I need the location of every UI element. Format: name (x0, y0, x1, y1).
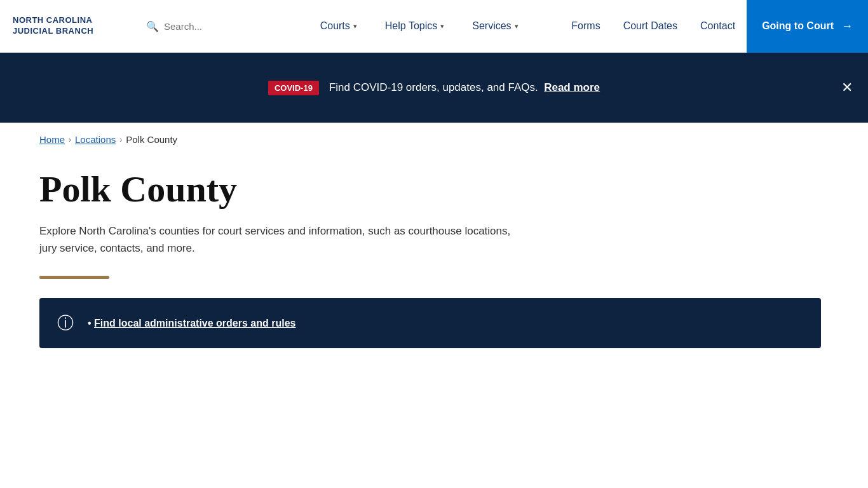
chevron-down-icon: ▾ (515, 22, 519, 30)
main-nav: Courts ▾ Help Topics ▾ Services ▾ (278, 0, 560, 53)
search-area: 🔍 (146, 20, 266, 32)
admin-orders-link[interactable]: Find local administrative orders and rul… (94, 318, 295, 329)
divider (39, 276, 109, 279)
logo-text: NORTH CAROLINA JUDICIAL BRANCH (13, 15, 93, 37)
breadcrumb-separator-1: › (69, 135, 71, 144)
info-circle-icon: ⓘ (57, 312, 74, 334)
info-box-content: • Find local administrative orders and r… (88, 318, 295, 329)
breadcrumb-current: Polk County (126, 134, 177, 145)
covid-badge: COVID-19 (268, 81, 319, 95)
alert-close-button[interactable]: ✕ (841, 81, 853, 95)
bullet-point: • (88, 318, 94, 329)
breadcrumb: Home › Locations › Polk County (0, 123, 868, 156)
breadcrumb-separator-2: › (119, 135, 122, 144)
nav-item-help-topics[interactable]: Help Topics ▾ (371, 0, 458, 53)
header: NORTH CAROLINA JUDICIAL BRANCH 🔍 Courts … (0, 0, 868, 53)
page-description: Explore North Carolina's counties for co… (39, 222, 522, 257)
main-content: Polk County Explore North Carolina's cou… (0, 156, 868, 374)
alert-text: Find COVID-19 orders, updates, and FAQs.… (329, 81, 600, 94)
nav-right: Forms Court Dates Contact Going to Court… (560, 0, 868, 53)
nav-item-contact[interactable]: Contact (689, 0, 747, 53)
nav-item-courts[interactable]: Courts ▾ (306, 0, 371, 53)
search-icon[interactable]: 🔍 (146, 20, 159, 32)
alert-read-more-link[interactable]: Read more (544, 81, 600, 93)
going-to-court-button[interactable]: Going to Court → (747, 0, 868, 53)
arrow-right-icon: → (841, 20, 853, 33)
search-input[interactable] (164, 21, 266, 32)
breadcrumb-home-link[interactable]: Home (39, 134, 65, 145)
logo-area[interactable]: NORTH CAROLINA JUDICIAL BRANCH (0, 15, 140, 37)
breadcrumb-locations-link[interactable]: Locations (75, 134, 116, 145)
page-title: Polk County (39, 169, 829, 210)
alert-content: COVID-19 Find COVID-19 orders, updates, … (268, 81, 600, 95)
info-box: ⓘ • Find local administrative orders and… (39, 298, 821, 348)
chevron-down-icon: ▾ (440, 22, 444, 30)
nav-item-services[interactable]: Services ▾ (458, 0, 532, 53)
nav-item-forms[interactable]: Forms (560, 0, 611, 53)
chevron-down-icon: ▾ (353, 22, 357, 30)
alert-banner: COVID-19 Find COVID-19 orders, updates, … (0, 53, 868, 123)
nav-item-court-dates[interactable]: Court Dates (612, 0, 689, 53)
